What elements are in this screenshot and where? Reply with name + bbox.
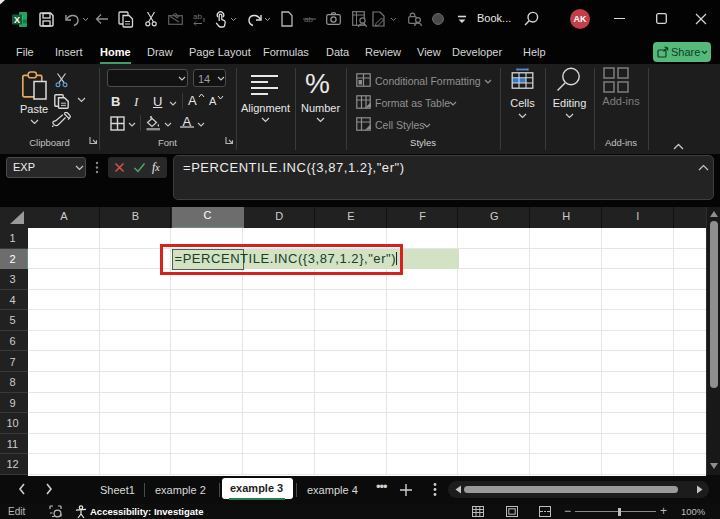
svg-text:X: X xyxy=(14,15,20,25)
svg-text:ab: ab xyxy=(193,12,202,21)
